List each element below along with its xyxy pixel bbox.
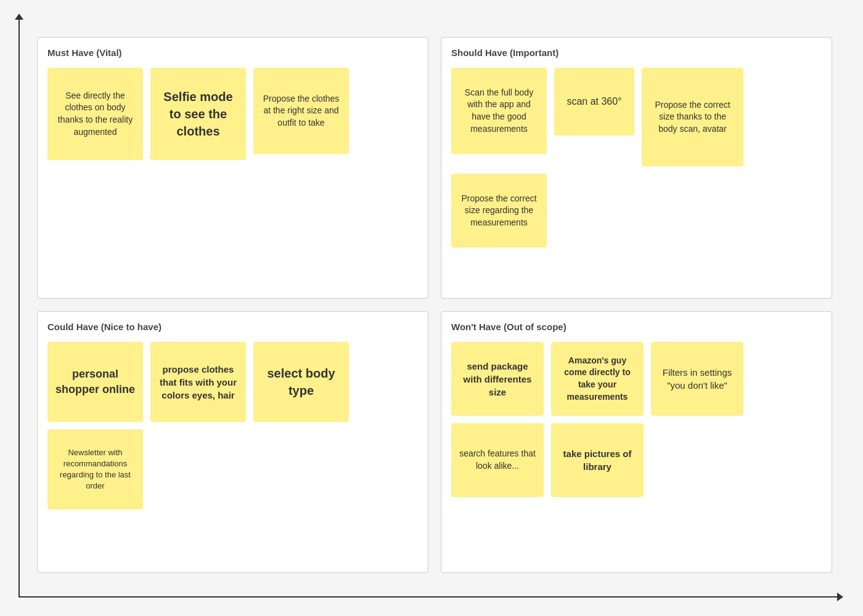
card-propose-clothes: Propose the clothes at the right size an… xyxy=(253,68,349,154)
card-selfie: Selfie mode to see the clothes xyxy=(150,68,246,160)
could-have-cards: personal shopper online propose clothes … xyxy=(47,342,418,509)
card-newsletter: Newsletter with recommandations regardin… xyxy=(47,429,143,509)
card-scan-full: Scan the full body with the app and have… xyxy=(451,68,547,154)
card-see-directly: See directly the clothes on body thanks … xyxy=(47,68,143,160)
card-amazon: Amazon's guy come directly to take your … xyxy=(551,342,644,416)
wont-have-quadrant: Won't Have (Out of scope) send package w… xyxy=(441,311,832,573)
should-have-title: Should Have (Important) xyxy=(451,47,822,58)
card-scan-360: scan at 360° xyxy=(554,68,634,136)
card-filters: Filters in settings "you don't like" xyxy=(651,342,743,416)
x-axis xyxy=(18,596,838,598)
must-have-cards: See directly the clothes on body thanks … xyxy=(47,68,418,160)
must-have-quadrant: Must Have (Vital) See directly the cloth… xyxy=(37,37,428,299)
card-select-body: select body type xyxy=(253,342,349,422)
wont-have-title: Won't Have (Out of scope) xyxy=(451,322,822,332)
could-have-title: Could Have (Nice to have) xyxy=(47,322,418,332)
quadrants-grid: Must Have (Vital) See directly the cloth… xyxy=(37,37,832,573)
card-propose-correct-meas: Propose the correct size regarding the m… xyxy=(451,174,547,248)
could-have-quadrant: Could Have (Nice to have) personal shopp… xyxy=(37,311,428,573)
must-have-title: Must Have (Vital) xyxy=(47,47,418,58)
wont-have-cards: send package with differentes size Amazo… xyxy=(451,342,822,497)
card-take-pictures: take pictures of library xyxy=(551,423,644,497)
card-personal-shopper: personal shopper online xyxy=(47,342,143,422)
y-axis xyxy=(18,18,20,598)
card-propose-correct-scan: Propose the correct size thanks to the b… xyxy=(642,68,743,166)
should-have-cards: Scan the full body with the app and have… xyxy=(451,68,822,248)
card-propose-colors: propose clothes that fits with your colo… xyxy=(150,342,246,422)
should-have-quadrant: Should Have (Important) Scan the full bo… xyxy=(441,37,832,299)
card-send-package: send package with differentes size xyxy=(451,342,544,416)
card-search-features: search features that look alike... xyxy=(451,423,544,497)
